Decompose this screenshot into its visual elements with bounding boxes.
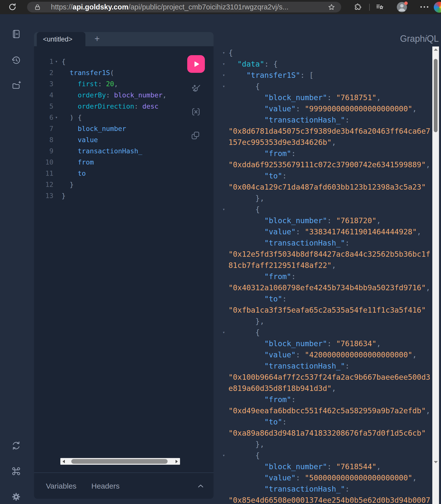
response-code-line: "to": (221, 293, 433, 304)
sidebar-history-button[interactable] (10, 55, 22, 66)
code-text: }, (228, 316, 264, 327)
address-bar[interactable]: https://api.goldsky.com/api/public/proje… (27, 2, 341, 12)
extensions-button[interactable] (352, 1, 363, 12)
code-text: "to": (228, 416, 287, 427)
scrollbar-thumb[interactable] (71, 459, 168, 464)
fold-toggle-icon[interactable]: ▾ (55, 56, 58, 67)
response-code-line: "value": "4200000000000000000000", (221, 349, 433, 360)
sidebar-docs-button[interactable] (10, 28, 22, 40)
gear-icon (11, 492, 21, 502)
code-text: e819a60d35d8f18b941d3d", (228, 383, 336, 394)
editor-code-line: 7 block_number (34, 123, 214, 134)
query-editor-panel: <untitled> + 1▾{2 transfer1S(3 first: 20… (34, 32, 214, 499)
fold-toggle-icon[interactable]: ▾ (222, 47, 225, 58)
code-text: ) { (62, 112, 82, 123)
editor-horizontal-scrollbar[interactable] (60, 458, 180, 465)
editor-code-line: 12 } (34, 179, 214, 190)
new-tab-button[interactable]: + (91, 32, 103, 46)
scroll-up-arrow-icon[interactable] (434, 48, 438, 51)
scrollbar-thumb[interactable] (434, 59, 438, 132)
favorites-button[interactable] (374, 1, 385, 12)
response-code-line: "value": "9999000000000000000000", (221, 103, 433, 114)
query-editor[interactable]: 1▾{2 transfer1S(3 first: 20,4 orderBy: b… (34, 56, 214, 201)
response-code-line: "from": (221, 394, 433, 405)
bookmark-star-icon[interactable] (328, 3, 335, 11)
code-text: "block_number": "7618720", (228, 215, 381, 226)
line-number: 13 (34, 190, 53, 201)
code-text: "value": "5000000000000000000000", (228, 472, 417, 483)
response-code-line: "0x100b9664af7f2c537f24fa2ac9b667baee6ee… (221, 372, 433, 383)
code-text: "0x85e4d66508e0001374ee254b0b5e62d0b3d94… (228, 495, 430, 504)
response-code-line: ▾ { (221, 327, 433, 338)
response-code-line: 157ec995353d9e3d34626b", (221, 137, 433, 148)
copy-icon (190, 130, 201, 141)
code-text: "0xa89a86d3d9481a741833208676fa57d0f1d5c… (228, 427, 426, 439)
editor-code-line: 4 orderBy: block_number, (34, 89, 214, 101)
toolbar-divider (369, 4, 370, 11)
code-text: "value": "4200000000000000000000", (228, 349, 417, 360)
response-code-line: "to": (221, 416, 433, 427)
code-text: block_number (62, 123, 126, 134)
sidebar-shortcuts-button[interactable] (10, 465, 22, 477)
code-text: { (228, 450, 260, 461)
code-text: "value": "33834174611901464444928", (228, 226, 421, 237)
response-code-line: }, (221, 439, 433, 450)
fold-toggle-icon[interactable]: ▾ (222, 204, 225, 215)
merge-fragments-button[interactable] (190, 106, 201, 117)
code-text: orderBy: block_number, (62, 89, 167, 101)
fold-toggle-icon[interactable]: ▾ (55, 112, 58, 123)
code-text: "to": (228, 293, 287, 304)
line-number: 9 (34, 145, 53, 157)
sidebar-new-collection-button[interactable] (10, 80, 22, 91)
fold-toggle-icon[interactable]: ▾ (222, 70, 225, 81)
command-key-icon (11, 466, 21, 476)
code-text: "0x8d6781da45075c3f9389de3b4f6a20463ff64… (228, 126, 430, 137)
line-number: 11 (34, 168, 53, 179)
browser-menu-button[interactable] (420, 6, 428, 8)
copy-query-button[interactable] (190, 130, 201, 141)
url-text: https://api.goldsky.com/api/public/proje… (51, 2, 289, 12)
code-text: "transfer1S": [ (228, 70, 314, 81)
line-number: 7 (34, 123, 53, 134)
editor-code-line: 2 transfer1S( (34, 67, 214, 78)
code-text: "block_number": "7618544", (228, 461, 381, 472)
sidebar-refetch-schema-button[interactable] (10, 440, 22, 451)
response-code-line: ▾{ (221, 47, 433, 58)
response-vertical-scrollbar[interactable] (432, 46, 439, 504)
response-code-line: "0x85e4d66508e0001374ee254b0b5e62d0b3d94… (221, 495, 433, 504)
tab-headers[interactable]: Headers (91, 482, 119, 490)
tab-untitled[interactable]: <untitled> (37, 32, 85, 46)
code-text: transfer1S( (62, 67, 114, 78)
fold-toggle-icon[interactable]: ▾ (222, 81, 225, 92)
code-text: "0xfba1ca3f3f5eafa65c2a535a54fe11f1c3a5f… (228, 304, 426, 316)
collapse-tools-button[interactable] (197, 482, 204, 490)
response-viewer: ▾{▾ "data": {▾ "transfer1S": [▾ { "block… (221, 47, 433, 504)
tab-variables[interactable]: Variables (46, 482, 76, 490)
extension-logo-icon[interactable] (434, 2, 441, 13)
line-number: 4 (34, 89, 53, 101)
scroll-down-arrow-icon[interactable] (434, 461, 438, 463)
prettify-button[interactable] (190, 83, 201, 94)
response-code-line: }, (221, 316, 433, 327)
response-code-line: "from": (221, 271, 433, 282)
refresh-icon (11, 440, 21, 451)
fold-toggle-icon[interactable]: ▾ (222, 327, 225, 338)
code-text: "0xdda6f92535679111c072c37900742e6341599… (228, 159, 430, 170)
execute-query-button[interactable] (187, 55, 205, 73)
line-number: 6 (34, 112, 53, 123)
favorites-list-star-icon (376, 3, 384, 11)
editor-code-line: 13} (34, 190, 214, 201)
fold-toggle-icon[interactable]: ▾ (222, 58, 225, 70)
response-code-line: "block_number": "7618634", (221, 338, 433, 349)
code-text: to (62, 168, 86, 179)
reload-button[interactable] (7, 1, 18, 12)
scroll-right-arrow-icon[interactable] (176, 460, 178, 463)
code-text: "0xd49eeafa6bdbcc551f462c5a582959a9b7a2e… (228, 405, 430, 416)
scroll-left-arrow-icon[interactable] (63, 460, 65, 463)
code-text: "data": { (228, 58, 278, 70)
code-text: "transactionHash_": (228, 360, 350, 372)
editor-tools-divider (34, 472, 214, 473)
response-code-line: "transactionHash_": (221, 237, 433, 249)
sidebar-settings-button[interactable] (10, 491, 22, 503)
fold-toggle-icon[interactable]: ▾ (222, 450, 225, 461)
